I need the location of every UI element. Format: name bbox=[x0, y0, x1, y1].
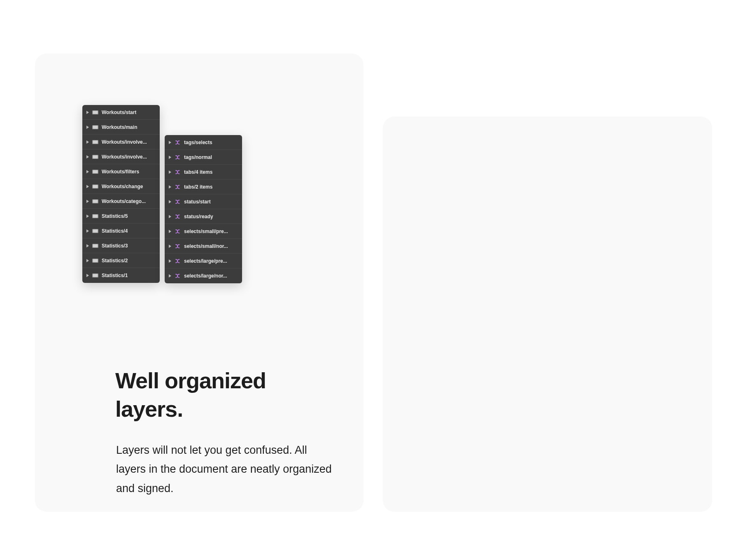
disclosure-triangle-icon[interactable] bbox=[86, 111, 89, 114]
disclosure-triangle-icon[interactable] bbox=[169, 170, 171, 174]
disclosure-triangle-icon[interactable] bbox=[169, 185, 171, 189]
layer-label: tags/normal bbox=[184, 154, 212, 160]
layer-label: Workouts/main bbox=[102, 124, 137, 130]
layer-label: Statistics/5 bbox=[102, 213, 128, 219]
svg-rect-19 bbox=[93, 244, 98, 247]
artboard-icon bbox=[92, 228, 99, 234]
svg-rect-3 bbox=[93, 126, 98, 128]
layer-label: tabs/4 items bbox=[184, 169, 212, 175]
disclosure-triangle-icon[interactable] bbox=[86, 140, 89, 144]
disclosure-triangle-icon[interactable] bbox=[86, 244, 89, 247]
layer-row[interactable]: Workouts/main bbox=[82, 120, 160, 135]
layer-label: selects/small/pre... bbox=[184, 229, 228, 234]
disclosure-triangle-icon[interactable] bbox=[169, 141, 171, 144]
disclosure-triangle-icon[interactable] bbox=[169, 245, 171, 248]
layer-row[interactable]: Workouts/involve... bbox=[82, 149, 160, 164]
layer-row[interactable]: Statistics/4 bbox=[82, 224, 160, 238]
artboard-icon bbox=[92, 169, 99, 175]
layer-label: status/ready bbox=[184, 214, 213, 219]
layer-label: tabs/2 items bbox=[184, 184, 212, 190]
disclosure-triangle-icon[interactable] bbox=[86, 229, 89, 233]
disclosure-triangle-icon[interactable] bbox=[86, 126, 89, 129]
artboard-icon bbox=[92, 124, 99, 130]
layer-row[interactable]: tags/normal bbox=[165, 150, 242, 165]
artboard-icon bbox=[92, 258, 99, 264]
symbol-icon bbox=[174, 199, 181, 205]
layer-label: Statistics/2 bbox=[102, 258, 128, 264]
feature-card-layers: Workouts/startWorkouts/mainWorkouts/invo… bbox=[35, 54, 364, 512]
disclosure-triangle-icon[interactable] bbox=[86, 155, 89, 159]
disclosure-triangle-icon[interactable] bbox=[86, 215, 89, 218]
page: Workouts/startWorkouts/mainWorkouts/invo… bbox=[0, 0, 741, 560]
symbol-icon bbox=[174, 154, 181, 160]
symbol-icon bbox=[174, 140, 181, 145]
symbol-icon bbox=[174, 184, 181, 190]
layer-row[interactable]: Workouts/change bbox=[82, 179, 160, 194]
layer-row[interactable]: Workouts/start bbox=[82, 105, 160, 120]
artboard-icon bbox=[92, 139, 99, 145]
layer-label: Statistics/4 bbox=[102, 228, 128, 234]
layer-row[interactable]: selects/small/pre... bbox=[165, 224, 242, 239]
disclosure-triangle-icon[interactable] bbox=[86, 259, 89, 262]
artboard-icon bbox=[92, 213, 99, 219]
layer-row[interactable]: selects/small/nor... bbox=[165, 239, 242, 254]
disclosure-triangle-icon[interactable] bbox=[169, 200, 171, 203]
layer-row[interactable]: Workouts/catego... bbox=[82, 194, 160, 209]
disclosure-triangle-icon[interactable] bbox=[86, 274, 89, 277]
disclosure-triangle-icon[interactable] bbox=[169, 215, 171, 218]
artboard-icon bbox=[92, 198, 99, 204]
layer-label: Workouts/filters bbox=[102, 169, 139, 175]
layer-label: Workouts/change bbox=[102, 184, 143, 189]
disclosure-triangle-icon[interactable] bbox=[169, 259, 171, 263]
layer-row[interactable]: Statistics/3 bbox=[82, 238, 160, 253]
svg-rect-17 bbox=[93, 229, 98, 232]
artboard-icon bbox=[92, 273, 99, 278]
symbol-icon bbox=[174, 273, 181, 279]
symbol-icon bbox=[174, 214, 181, 219]
symbol-icon bbox=[174, 229, 181, 234]
layer-row[interactable]: Statistics/5 bbox=[82, 209, 160, 224]
artboard-icon bbox=[92, 184, 99, 189]
layer-row[interactable]: Workouts/involve... bbox=[82, 135, 160, 149]
layer-label: Workouts/catego... bbox=[102, 198, 146, 204]
layer-label: selects/large/nor... bbox=[184, 273, 227, 279]
disclosure-triangle-icon[interactable] bbox=[86, 200, 89, 203]
layer-row[interactable]: tags/selects bbox=[165, 135, 242, 150]
layer-label: Statistics/3 bbox=[102, 243, 128, 249]
layer-label: selects/large/pre... bbox=[184, 258, 227, 264]
layers-panel-primary: Workouts/startWorkouts/mainWorkouts/invo… bbox=[82, 105, 160, 283]
layers-panel-secondary: tags/selectstags/normaltabs/4 itemstabs/… bbox=[165, 135, 242, 283]
svg-rect-13 bbox=[93, 200, 98, 203]
layer-label: status/start bbox=[184, 199, 211, 205]
layer-row[interactable]: Workouts/filters bbox=[82, 164, 160, 179]
svg-rect-5 bbox=[93, 140, 98, 143]
symbol-icon bbox=[174, 258, 181, 264]
layer-row[interactable]: status/start bbox=[165, 194, 242, 209]
layer-row[interactable]: status/ready bbox=[165, 209, 242, 224]
layer-label: Workouts/start bbox=[102, 110, 136, 115]
disclosure-triangle-icon[interactable] bbox=[86, 170, 89, 173]
disclosure-triangle-icon[interactable] bbox=[86, 185, 89, 188]
layer-label: Statistics/1 bbox=[102, 273, 128, 278]
disclosure-triangle-icon[interactable] bbox=[169, 274, 171, 278]
svg-rect-7 bbox=[93, 155, 98, 158]
disclosure-triangle-icon[interactable] bbox=[169, 230, 171, 233]
feature-title-layers: Well organized layers. bbox=[115, 366, 329, 423]
svg-rect-23 bbox=[93, 274, 98, 277]
layer-row[interactable]: selects/large/pre... bbox=[165, 254, 242, 268]
layer-row[interactable]: Statistics/1 bbox=[82, 268, 160, 283]
layer-row[interactable]: tabs/2 items bbox=[165, 180, 242, 194]
symbol-icon bbox=[174, 243, 181, 249]
disclosure-triangle-icon[interactable] bbox=[169, 156, 171, 159]
svg-rect-21 bbox=[93, 259, 98, 262]
layer-row[interactable]: tabs/4 items bbox=[165, 165, 242, 180]
svg-rect-9 bbox=[93, 170, 98, 173]
layer-row[interactable]: selects/large/nor... bbox=[165, 268, 242, 283]
artboard-icon bbox=[92, 154, 99, 160]
layer-label: Workouts/involve... bbox=[102, 154, 147, 160]
svg-rect-11 bbox=[93, 185, 98, 188]
layer-row[interactable]: Statistics/2 bbox=[82, 253, 160, 268]
symbol-icon bbox=[174, 169, 181, 175]
svg-rect-15 bbox=[93, 215, 98, 217]
feature-card-iphonex: 9:41 ●●● Search… bbox=[383, 117, 712, 512]
